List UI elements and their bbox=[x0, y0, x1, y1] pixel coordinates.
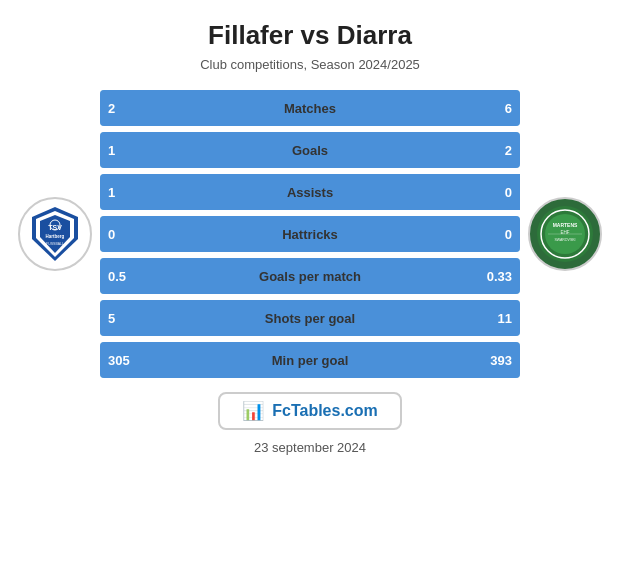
team-left-logo: TSV Hartberg FUSSBALL bbox=[10, 197, 100, 271]
stat-row: 1Assists0 bbox=[100, 174, 520, 210]
stat-label: Goals bbox=[292, 143, 328, 158]
stat-value-left: 0 bbox=[108, 227, 115, 242]
stat-label: Shots per goal bbox=[265, 311, 355, 326]
stat-row: 0Hattricks0 bbox=[100, 216, 520, 252]
match-subtitle: Club competitions, Season 2024/2025 bbox=[200, 57, 420, 72]
stat-value-left: 5 bbox=[108, 311, 115, 326]
stat-value-left: 1 bbox=[108, 143, 115, 158]
team-right-logo: MARTENS EHF SWAROVSKI bbox=[520, 197, 610, 271]
stat-row: 0.5Goals per match0.33 bbox=[100, 258, 520, 294]
stat-value-right: 2 bbox=[505, 143, 512, 158]
stat-value-right: 0.33 bbox=[487, 269, 512, 284]
stat-label: Matches bbox=[284, 101, 336, 116]
stat-value-right: 11 bbox=[498, 311, 512, 326]
stats-container: 2Matches61Goals21Assists00Hattricks00.5G… bbox=[100, 90, 520, 378]
stat-row: 305Min per goal393 bbox=[100, 342, 520, 378]
stat-row: 2Matches6 bbox=[100, 90, 520, 126]
branding-text: FcTables.com bbox=[272, 402, 378, 420]
stat-value-left: 2 bbox=[108, 101, 115, 116]
stat-row: 1Goals2 bbox=[100, 132, 520, 168]
stat-value-right: 6 bbox=[505, 101, 512, 116]
stat-row: 5Shots per goal11 bbox=[100, 300, 520, 336]
stat-label: Hattricks bbox=[282, 227, 338, 242]
match-title: Fillafer vs Diarra bbox=[208, 20, 412, 51]
svg-text:Hartberg: Hartberg bbox=[46, 234, 65, 239]
svg-text:SWAROVSKI: SWAROVSKI bbox=[554, 238, 575, 242]
stat-value-right: 0 bbox=[505, 185, 512, 200]
branding-box: 📊 FcTables.com bbox=[218, 392, 402, 430]
stat-value-left: 305 bbox=[108, 353, 130, 368]
branding-icon: 📊 bbox=[242, 400, 264, 422]
stat-value-right: 0 bbox=[505, 227, 512, 242]
svg-text:FUSSBALL: FUSSBALL bbox=[46, 242, 64, 246]
stat-value-right: 393 bbox=[490, 353, 512, 368]
stat-label: Assists bbox=[287, 185, 333, 200]
date-label: 23 september 2024 bbox=[254, 440, 366, 455]
stat-value-left: 1 bbox=[108, 185, 115, 200]
stat-value-left: 0.5 bbox=[108, 269, 126, 284]
stat-label: Min per goal bbox=[272, 353, 349, 368]
svg-text:MARTENS: MARTENS bbox=[553, 222, 578, 228]
stat-label: Goals per match bbox=[259, 269, 361, 284]
